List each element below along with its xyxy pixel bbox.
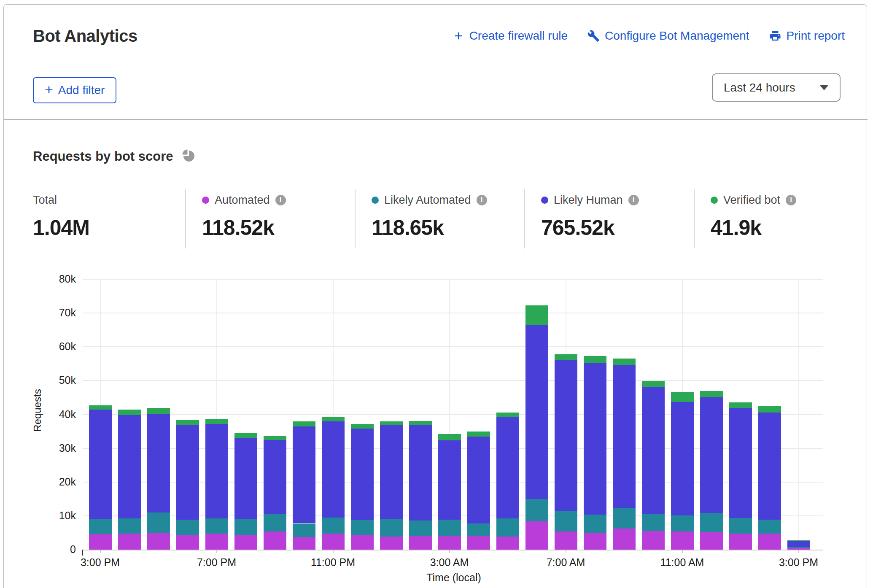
bar-segment-likely-automated[interactable] [147,512,170,533]
bar-segment-likely-automated[interactable] [322,518,345,534]
bar-segment-likely-human[interactable] [234,438,257,519]
bar-segment-automated[interactable] [758,534,781,550]
bar-segment-likely-human[interactable] [613,365,636,509]
bar-segment-verified-bot[interactable] [351,424,374,429]
bar-segment-automated[interactable] [671,531,694,550]
bar-segment-likely-human[interactable] [496,417,519,518]
bar-segment-verified-bot[interactable] [729,402,752,408]
bar-segment-likely-human[interactable] [380,425,403,519]
bar-segment-likely-automated[interactable] [525,499,548,522]
bar-segment-automated[interactable] [234,535,257,550]
bar-segment-automated[interactable] [293,537,315,550]
bar-segment-likely-human[interactable] [787,541,810,547]
bar-segment-verified-bot[interactable] [176,420,199,425]
bar-segment-automated[interactable] [380,537,403,550]
bar-segment-automated[interactable] [496,537,519,550]
bar-segment-likely-human[interactable] [642,387,665,514]
bar-segment-likely-automated[interactable] [118,518,141,534]
bar-segment-verified-bot[interactable] [700,391,723,397]
bar-segment-automated[interactable] [613,529,636,550]
bar-segment-likely-human[interactable] [409,425,432,521]
bar-segment-likely-human[interactable] [351,429,374,520]
bar-segment-automated[interactable] [525,521,548,550]
bar-segment-verified-bot[interactable] [555,354,577,360]
bar-segment-automated[interactable] [322,534,345,550]
bar-segment-automated[interactable] [409,536,432,550]
bar-segment-automated[interactable] [700,532,723,550]
bar-segment-automated[interactable] [351,535,374,550]
bar-segment-likely-automated[interactable] [467,523,490,536]
bar-segment-likely-automated[interactable] [758,520,781,534]
bar-segment-verified-bot[interactable] [118,410,141,415]
bar-segment-likely-automated[interactable] [205,518,228,534]
bar-segment-likely-automated[interactable] [409,521,432,536]
bar-segment-automated[interactable] [89,534,112,550]
bar-segment-verified-bot[interactable] [787,540,810,541]
bar-segment-verified-bot[interactable] [758,406,781,413]
bar-segment-verified-bot[interactable] [380,421,403,426]
bar-segment-likely-human[interactable] [525,325,548,499]
bar-segment-likely-automated[interactable] [584,515,606,533]
bar-segment-likely-human[interactable] [671,402,694,515]
bar-segment-likely-human[interactable] [293,426,315,523]
bar-segment-likely-human[interactable] [205,424,228,518]
bar-segment-automated[interactable] [642,531,665,550]
bar-segment-likely-human[interactable] [758,413,781,520]
bar-segment-likely-human[interactable] [700,397,723,513]
bar-segment-likely-human[interactable] [729,408,752,518]
bar-segment-likely-automated[interactable] [671,515,694,531]
bar-segment-likely-automated[interactable] [496,518,519,536]
bar-segment-automated[interactable] [584,533,606,550]
bar-segment-automated[interactable] [205,534,228,550]
bar-segment-verified-bot[interactable] [584,356,606,363]
bar-segment-likely-human[interactable] [264,440,286,514]
bar-segment-verified-bot[interactable] [671,392,694,402]
bar-segment-likely-automated[interactable] [351,520,374,535]
bar-segment-likely-automated[interactable] [264,514,286,531]
bar-segment-verified-bot[interactable] [234,433,257,437]
bar-segment-likely-human[interactable] [322,421,345,518]
bar-segment-verified-bot[interactable] [642,381,665,387]
bar-segment-verified-bot[interactable] [293,421,315,426]
bar-segment-automated[interactable] [729,534,752,550]
bar-segment-automated[interactable] [555,531,577,550]
bar-segment-automated[interactable] [264,531,286,550]
bar-segment-verified-bot[interactable] [613,359,636,365]
bar-segment-likely-human[interactable] [118,415,141,518]
bar-segment-verified-bot[interactable] [205,419,228,424]
bar-segment-likely-automated[interactable] [787,547,810,548]
bar-segment-likely-human[interactable] [89,410,112,519]
bar-segment-verified-bot[interactable] [525,305,548,325]
bar-segment-automated[interactable] [118,534,141,550]
bar-segment-likely-automated[interactable] [555,511,577,531]
x-tick-label: 7:00 AM [524,556,608,569]
bar-segment-likely-human[interactable] [438,440,461,519]
bar-segment-likely-automated[interactable] [729,518,752,533]
bar-segment-automated[interactable] [176,535,199,550]
bar-segment-likely-automated[interactable] [613,508,636,529]
bar-segment-likely-human[interactable] [467,437,490,524]
bar-segment-likely-automated[interactable] [234,519,257,535]
bar-segment-likely-human[interactable] [555,360,577,511]
bar-segment-likely-automated[interactable] [642,514,665,531]
bar-segment-likely-automated[interactable] [176,520,199,536]
bar-segment-likely-human[interactable] [176,425,199,519]
bar-segment-likely-automated[interactable] [438,520,461,536]
bar-segment-verified-bot[interactable] [147,408,170,414]
bar-segment-likely-human[interactable] [584,363,606,515]
bar-segment-verified-bot[interactable] [264,436,286,440]
bar-segment-likely-automated[interactable] [380,519,403,537]
bar-segment-likely-automated[interactable] [293,523,315,537]
bar-segment-verified-bot[interactable] [496,413,519,417]
bar-segment-automated[interactable] [467,536,490,550]
bar-segment-automated[interactable] [438,536,461,550]
bar-segment-verified-bot[interactable] [409,421,432,425]
bar-segment-likely-automated[interactable] [700,513,723,532]
bar-segment-verified-bot[interactable] [467,432,490,436]
bar-segment-verified-bot[interactable] [322,417,345,421]
bar-segment-verified-bot[interactable] [438,434,461,440]
bar-segment-likely-automated[interactable] [89,519,112,534]
bar-segment-likely-human[interactable] [147,414,170,512]
bar-segment-verified-bot[interactable] [89,405,112,410]
bar-segment-automated[interactable] [147,533,170,550]
